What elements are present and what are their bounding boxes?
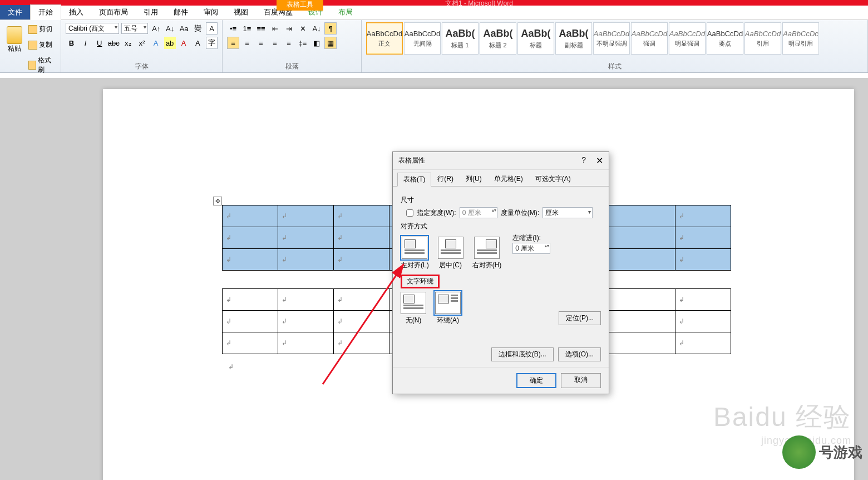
- align-left-button[interactable]: ≡: [227, 37, 239, 49]
- group-paragraph: •≡ 1≡ ≡≡ ⇤ ⇥ ✕ A↓ ¶ ≡ ≡ ≡ ≡ ≡ ‡≡ ◧ ▦ 段落: [223, 20, 362, 72]
- align-distribute-button[interactable]: ≡: [283, 37, 295, 49]
- char-border-button[interactable]: A: [206, 22, 218, 35]
- tab-review[interactable]: 审阅: [196, 5, 226, 19]
- numbering-button[interactable]: 1≡: [241, 22, 253, 35]
- paste-button[interactable]: 粘贴: [4, 22, 25, 53]
- group-label-paragraph: 段落: [227, 61, 357, 71]
- game-watermark: 号游戏: [782, 435, 862, 469]
- font-color-button[interactable]: A: [178, 37, 190, 49]
- width-spinner[interactable]: 0 厘米: [460, 207, 497, 218]
- enclose-char-button[interactable]: 字: [206, 37, 218, 49]
- change-case-button[interactable]: Aa: [178, 22, 190, 35]
- tab-file[interactable]: 文件: [0, 5, 30, 19]
- dlgtab-alt[interactable]: 可选文字(A): [529, 172, 577, 186]
- group-label-font: 字体: [66, 61, 218, 71]
- sort-button[interactable]: A↓: [310, 22, 323, 35]
- dialog-titlebar[interactable]: 表格属性 ? ✕: [393, 152, 609, 170]
- style-标题[interactable]: AaBb(标题: [517, 22, 554, 55]
- bullets-button[interactable]: •≡: [227, 22, 239, 35]
- table-move-handle[interactable]: ✥: [213, 197, 222, 205]
- ok-button[interactable]: 确定: [516, 373, 556, 388]
- subscript-button[interactable]: x₂: [122, 37, 134, 49]
- tab-home[interactable]: 开始: [30, 4, 61, 20]
- tab-mailings[interactable]: 邮件: [166, 5, 196, 19]
- group-styles: AaBbCcDd正文AaBbCcDd无间隔AaBb(标题 1AaBb(标题 2A…: [362, 20, 868, 72]
- align-right-button[interactable]: ≡: [255, 37, 267, 49]
- width-checkbox[interactable]: [406, 209, 413, 217]
- show-marks-button[interactable]: ¶: [324, 22, 337, 35]
- unit-combo[interactable]: 厘米: [542, 207, 593, 218]
- style-不明显强调[interactable]: AaBbCcDd不明显强调: [593, 22, 630, 55]
- dlgtab-row[interactable]: 行(R): [431, 172, 460, 186]
- format-painter-button[interactable]: 格式刷: [28, 56, 56, 75]
- align-right-option[interactable]: 右对齐(H): [472, 237, 502, 270]
- style-明显强调[interactable]: AaBbCcDd明显强调: [669, 22, 706, 55]
- dlgtab-table[interactable]: 表格(T): [397, 173, 431, 187]
- close-button[interactable]: ✕: [596, 155, 603, 166]
- grow-font-button[interactable]: A↑: [150, 22, 162, 35]
- underline-button[interactable]: U: [93, 37, 105, 49]
- align-left-option[interactable]: 左对齐(L): [401, 237, 429, 270]
- help-button[interactable]: ?: [581, 155, 586, 166]
- style-标题 2[interactable]: AaBb(标题 2: [480, 22, 516, 55]
- ribbon: 粘贴 剪切 复制 格式刷 剪贴板 Calibri (西文 五号 A↑ A↓ Aa…: [0, 20, 868, 73]
- align-center-button[interactable]: ≡: [241, 37, 253, 49]
- width-label: 指定宽度(W):: [417, 208, 456, 218]
- style-强调[interactable]: AaBbCcDd强调: [631, 22, 668, 55]
- strike-button[interactable]: abc: [107, 37, 120, 49]
- text-effects-button[interactable]: A: [150, 37, 161, 49]
- shading-button[interactable]: ◧: [310, 37, 323, 49]
- align-center-option[interactable]: 居中(C): [438, 237, 463, 270]
- paste-label: 粘贴: [8, 44, 21, 53]
- line-spacing-button[interactable]: ‡≡: [297, 37, 309, 49]
- asian-layout-button[interactable]: ✕: [297, 22, 309, 35]
- dlgtab-col[interactable]: 列(U): [460, 172, 488, 186]
- game-logo-icon: [782, 435, 816, 469]
- tab-table-layout[interactable]: 布局: [331, 5, 361, 19]
- bold-button[interactable]: B: [66, 37, 77, 49]
- style-正文[interactable]: AaBbCcDd正文: [366, 22, 403, 55]
- style-引用[interactable]: AaBbCcDd引用: [744, 22, 781, 55]
- inc-indent-button[interactable]: ⇥: [283, 22, 295, 35]
- wrap-around-option[interactable]: 环绕(A): [435, 292, 461, 325]
- dlgtab-cell[interactable]: 单元格(E): [488, 172, 529, 186]
- style-要点[interactable]: AaBbCcDd要点: [707, 22, 743, 55]
- copy-button[interactable]: 复制: [28, 40, 56, 50]
- style-无间隔[interactable]: AaBbCcDd无间隔: [404, 22, 441, 55]
- copy-label: 复制: [39, 40, 52, 50]
- align-justify-button[interactable]: ≡: [269, 37, 281, 49]
- unit-label: 度量单位(M):: [501, 208, 539, 218]
- wrap-around-label: 环绕(A): [437, 316, 459, 325]
- style-副标题[interactable]: AaBb(副标题: [555, 22, 592, 55]
- tab-references[interactable]: 引用: [136, 5, 166, 19]
- doc-title: 文档1 - Microsoft Word: [445, 0, 513, 8]
- tab-view[interactable]: 视图: [226, 5, 256, 19]
- cut-label: 剪切: [39, 25, 52, 34]
- borders-button[interactable]: ▦: [324, 37, 337, 49]
- char-shading-button[interactable]: A: [192, 37, 204, 49]
- size-section-label: 尺寸: [401, 195, 601, 205]
- indent-spinner[interactable]: 0 厘米: [512, 243, 550, 254]
- tab-pagelayout[interactable]: 页面布局: [91, 5, 136, 19]
- dec-indent-button[interactable]: ⇤: [269, 22, 281, 35]
- cut-button[interactable]: 剪切: [28, 25, 56, 34]
- style-明显引用[interactable]: AaBbCcDc明显引用: [782, 22, 819, 55]
- wrap-none-option[interactable]: 无(N): [401, 292, 426, 325]
- font-name-combo[interactable]: Calibri (西文: [66, 23, 119, 34]
- highlight-button[interactable]: ab: [164, 37, 176, 49]
- style-标题 1[interactable]: AaBb(标题 1: [442, 22, 479, 55]
- tab-insert[interactable]: 插入: [61, 5, 91, 19]
- multilevel-button[interactable]: ≡≡: [255, 22, 267, 35]
- wrap-none-label: 无(N): [406, 316, 422, 325]
- phonetic-guide-button[interactable]: 變: [192, 22, 204, 35]
- cancel-button[interactable]: 取消: [561, 373, 601, 388]
- options-button[interactable]: 选项(O)...: [558, 347, 601, 361]
- copy-icon: [28, 41, 37, 50]
- positioning-button[interactable]: 定位(P)...: [559, 311, 601, 325]
- font-size-combo[interactable]: 五号: [121, 23, 148, 34]
- superscript-button[interactable]: x²: [136, 37, 147, 49]
- borders-shading-button[interactable]: 边框和底纹(B)...: [491, 347, 554, 361]
- shrink-font-button[interactable]: A↓: [164, 22, 176, 35]
- group-font: Calibri (西文 五号 A↑ A↓ Aa 變 A B I U abc x₂…: [61, 20, 223, 72]
- italic-button[interactable]: I: [80, 37, 91, 49]
